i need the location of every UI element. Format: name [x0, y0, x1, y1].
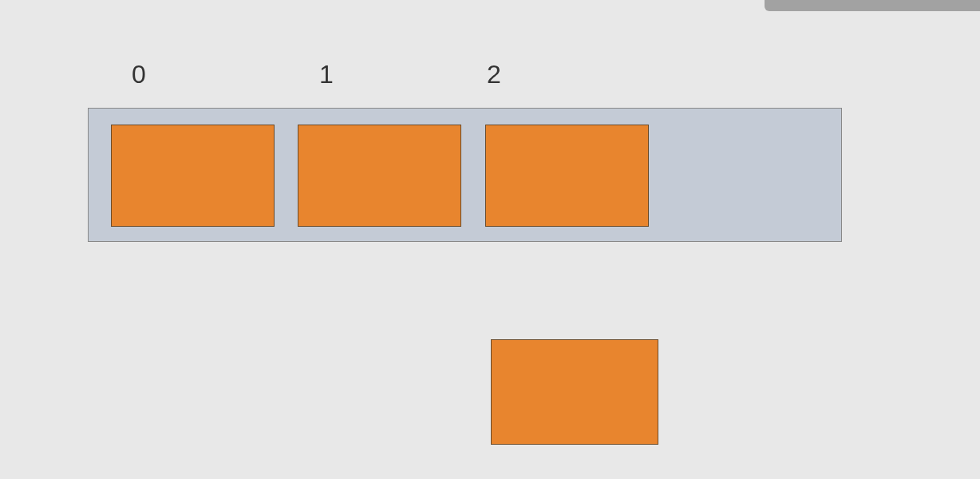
array-cell-0 [111, 125, 275, 227]
standalone-cell [491, 339, 658, 445]
array-cell-1 [298, 125, 461, 227]
array-cell-2 [485, 125, 649, 227]
array-container [88, 108, 842, 242]
index-label-2: 2 [463, 60, 630, 89]
index-labels-row: 0 1 2 [88, 60, 630, 89]
index-label-0: 0 [88, 60, 275, 89]
top-corner-strip [765, 0, 980, 11]
index-label-1: 1 [275, 60, 463, 89]
